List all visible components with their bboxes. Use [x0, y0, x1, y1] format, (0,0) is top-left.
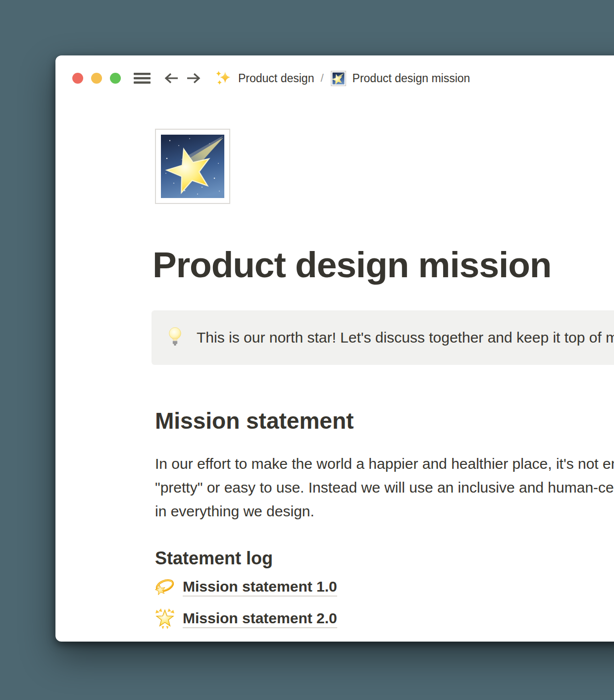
heading-mission-statement: Mission statement — [155, 407, 354, 434]
heading-statement-log: Statement log — [155, 548, 273, 569]
page-link-label[interactable]: Mission statement 1.0 — [183, 578, 337, 597]
paragraph-line: In our effort to make the world a happie… — [155, 452, 614, 476]
zoom-window-button[interactable] — [110, 73, 121, 84]
sidebar-menu-icon[interactable] — [134, 72, 151, 85]
breadcrumb-current-page[interactable]: Product design mission — [353, 72, 470, 85]
dizzy-emoji-icon — [154, 576, 176, 598]
sparkles-emoji-icon — [215, 70, 231, 86]
breadcrumb-parent-page[interactable]: Product design — [238, 72, 314, 85]
callout-block: This is our north star! Let's discuss to… — [152, 310, 614, 365]
forward-arrow-icon[interactable] — [186, 71, 201, 85]
page-link-mission-statement-2[interactable]: Mission statement 2.0 — [154, 607, 337, 631]
paragraph-line: in everything we design. — [155, 500, 614, 523]
paragraph-line: "pretty" or easy to use. Instead we will… — [155, 476, 614, 500]
page-link-mission-statement-1[interactable]: Mission statement 1.0 — [154, 575, 337, 599]
app-window: Product design / Produc — [55, 55, 614, 642]
breadcrumb-separator: / — [320, 72, 323, 85]
title-bar: Product design / Produc — [72, 67, 470, 89]
shooting-star-thumbnail-icon — [331, 71, 346, 86]
page-link-label[interactable]: Mission statement 2.0 — [183, 609, 337, 628]
back-arrow-icon[interactable] — [164, 71, 179, 85]
light-bulb-icon — [168, 327, 182, 349]
glowing-star-emoji-icon — [154, 608, 176, 630]
minimize-window-button[interactable] — [91, 73, 102, 84]
mission-paragraph: In our effort to make the world a happie… — [155, 452, 614, 523]
page-icon-shooting-star[interactable] — [155, 129, 230, 204]
page-title: Product design mission — [153, 244, 551, 285]
close-window-button[interactable] — [72, 73, 83, 84]
callout-text: This is our north star! Let's discuss to… — [197, 329, 614, 346]
